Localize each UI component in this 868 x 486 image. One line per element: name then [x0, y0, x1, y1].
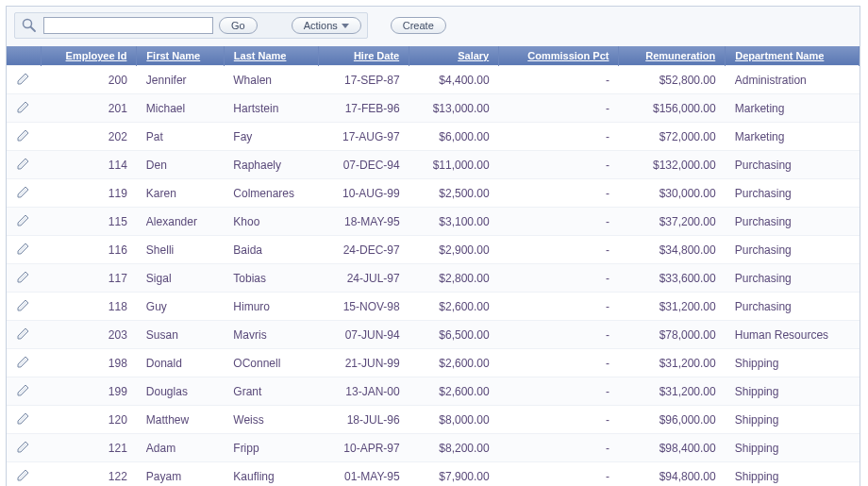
edit-icon[interactable]: [16, 439, 31, 454]
cell-first-name: Den: [137, 151, 224, 179]
col-first-name[interactable]: First Name: [137, 46, 224, 66]
cell-hire-date: 13-JAN-00: [319, 377, 409, 406]
edit-icon[interactable]: [16, 99, 31, 114]
edit-icon[interactable]: [16, 382, 31, 397]
cell-commission-pct: -: [499, 462, 619, 487]
cell-remuneration: $34,800.00: [619, 236, 726, 264]
cell-hire-date: 17-AUG-97: [319, 123, 409, 151]
cell-salary: $3,100.00: [409, 208, 499, 236]
cell-department-name: Purchasing: [726, 236, 860, 264]
cell-hire-date: 18-JUL-96: [319, 406, 409, 434]
actions-button[interactable]: Actions: [292, 17, 361, 34]
edit-icon[interactable]: [16, 297, 31, 312]
cell-last-name: Tobias: [224, 264, 319, 293]
col-salary[interactable]: Salary: [409, 46, 499, 66]
cell-first-name: Jennifer: [137, 66, 224, 94]
cell-commission-pct: -: [499, 377, 619, 406]
cell-first-name: Susan: [137, 321, 224, 349]
edit-icon[interactable]: [16, 156, 31, 171]
cell-employee-id: 120: [41, 406, 137, 434]
col-employee-id[interactable]: Employee Id: [41, 46, 137, 66]
employees-table: Employee Id First Name Last Name Hire Da…: [7, 46, 860, 486]
edit-icon[interactable]: [16, 212, 31, 227]
cell-remuneration: $30,000.00: [619, 179, 726, 208]
cell-commission-pct: -: [499, 293, 619, 321]
cell-remuneration: $72,000.00: [619, 123, 726, 151]
cell-remuneration: $37,200.00: [619, 208, 726, 236]
cell-commission-pct: -: [499, 236, 619, 264]
cell-remuneration: $94,800.00: [619, 462, 726, 487]
cell-hire-date: 15-NOV-98: [319, 293, 409, 321]
cell-commission-pct: -: [499, 94, 619, 123]
cell-last-name: Kaufling: [224, 462, 319, 487]
edit-icon[interactable]: [16, 269, 31, 284]
cell-department-name: Shipping: [726, 406, 860, 434]
cell-department-name: Marketing: [726, 123, 860, 151]
edit-icon[interactable]: [16, 127, 31, 142]
cell-employee-id: 198: [41, 349, 137, 377]
create-button[interactable]: Create: [391, 17, 446, 34]
cell-salary: $6,000.00: [409, 123, 499, 151]
cell-employee-id: 117: [41, 264, 137, 293]
search-panel: Go Actions: [14, 12, 368, 39]
cell-salary: $2,600.00: [409, 349, 499, 377]
col-remuneration[interactable]: Remuneration: [619, 46, 726, 66]
table-row: 120MatthewWeiss18-JUL-96$8,000.00-$96,00…: [7, 406, 860, 434]
table-header-row: Employee Id First Name Last Name Hire Da…: [7, 46, 860, 66]
table-row: 121AdamFripp10-APR-97$8,200.00-$98,400.0…: [7, 434, 860, 462]
cell-salary: $2,900.00: [409, 236, 499, 264]
cell-hire-date: 17-FEB-96: [319, 94, 409, 123]
cell-first-name: Alexander: [137, 208, 224, 236]
cell-salary: $2,600.00: [409, 293, 499, 321]
table-row: 119KarenColmenares10-AUG-99$2,500.00-$30…: [7, 179, 860, 208]
cell-employee-id: 116: [41, 236, 137, 264]
cell-employee-id: 118: [41, 293, 137, 321]
cell-remuneration: $31,200.00: [619, 349, 726, 377]
cell-last-name: Colmenares: [224, 179, 319, 208]
chevron-down-icon: [342, 24, 349, 28]
table-row: 115AlexanderKhoo18-MAY-95$3,100.00-$37,2…: [7, 208, 860, 236]
cell-salary: $13,000.00: [409, 94, 499, 123]
cell-hire-date: 01-MAY-95: [319, 462, 409, 487]
col-hire-date[interactable]: Hire Date: [319, 46, 409, 66]
table-row: 199DouglasGrant13-JAN-00$2,600.00-$31,20…: [7, 377, 860, 406]
cell-salary: $7,900.00: [409, 462, 499, 487]
edit-icon[interactable]: [16, 467, 31, 482]
table-row: 203SusanMavris07-JUN-94$6,500.00-$78,000…: [7, 321, 860, 349]
cell-first-name: Sigal: [137, 264, 224, 293]
cell-department-name: Marketing: [726, 94, 860, 123]
cell-commission-pct: -: [499, 66, 619, 94]
edit-icon[interactable]: [16, 326, 31, 341]
cell-remuneration: $31,200.00: [619, 377, 726, 406]
cell-remuneration: $132,000.00: [619, 151, 726, 179]
edit-icon[interactable]: [16, 184, 31, 199]
cell-department-name: Purchasing: [726, 293, 860, 321]
edit-icon[interactable]: [16, 71, 31, 86]
cell-department-name: Shipping: [726, 434, 860, 462]
edit-icon[interactable]: [16, 354, 31, 369]
cell-last-name: OConnell: [224, 349, 319, 377]
search-icon[interactable]: [21, 17, 38, 34]
cell-employee-id: 201: [41, 94, 137, 123]
go-button-label: Go: [231, 20, 245, 31]
search-input[interactable]: [43, 17, 213, 34]
cell-hire-date: 07-JUN-94: [319, 321, 409, 349]
go-button[interactable]: Go: [219, 17, 258, 34]
cell-last-name: Mavris: [224, 321, 319, 349]
create-button-label: Create: [403, 20, 434, 31]
cell-hire-date: 17-SEP-87: [319, 66, 409, 94]
cell-remuneration: $156,000.00: [619, 94, 726, 123]
cell-first-name: Matthew: [137, 406, 224, 434]
col-commission-pct[interactable]: Commission Pct: [499, 46, 619, 66]
cell-salary: $4,400.00: [409, 66, 499, 94]
edit-icon[interactable]: [16, 411, 31, 426]
col-department-name[interactable]: Department Name: [726, 46, 860, 66]
cell-last-name: Whalen: [224, 66, 319, 94]
cell-last-name: Raphaely: [224, 151, 319, 179]
cell-first-name: Shelli: [137, 236, 224, 264]
edit-icon[interactable]: [16, 241, 31, 256]
cell-first-name: Michael: [137, 94, 224, 123]
col-last-name[interactable]: Last Name: [224, 46, 319, 66]
cell-department-name: Purchasing: [726, 151, 860, 179]
svg-line-1: [31, 27, 36, 32]
